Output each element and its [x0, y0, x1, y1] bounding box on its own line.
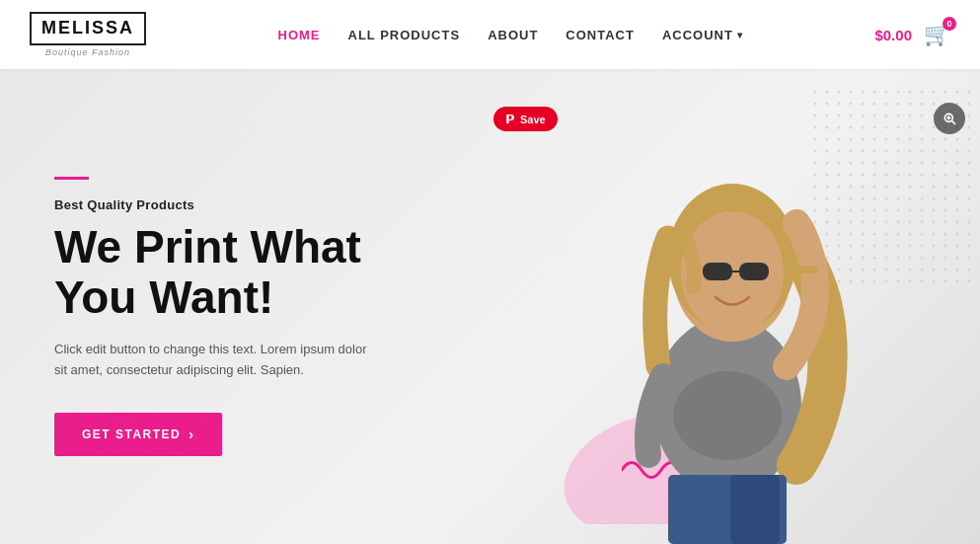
svg-line-1 — [952, 121, 955, 124]
hero-section: Best Quality Products We Print What You … — [0, 69, 980, 544]
hero-image-area: 𝗣 Save — [474, 69, 980, 544]
cart-price: $0.00 — [874, 27, 912, 43]
hero-content: Best Quality Products We Print What You … — [0, 69, 474, 544]
arrow-icon: › — [188, 427, 194, 442]
logo-sub: Boutique Fashion — [45, 47, 130, 57]
nav-contact[interactable]: CONTACT — [565, 28, 635, 42]
nav-right: $0.00 🛒 0 — [874, 22, 950, 47]
pinterest-save-button[interactable]: 𝗣 Save — [493, 107, 558, 131]
accent-line — [54, 177, 89, 180]
zoom-button[interactable] — [934, 103, 965, 134]
svg-rect-11 — [703, 263, 732, 280]
get-started-button[interactable]: GET STARTED › — [54, 413, 222, 456]
chevron-down-icon: ▾ — [737, 30, 743, 40]
logo[interactable]: MELISSA Boutique Fashion — [30, 12, 146, 57]
zoom-icon — [942, 111, 957, 126]
svg-point-14 — [673, 371, 782, 460]
svg-rect-18 — [798, 266, 818, 273]
svg-rect-12 — [739, 263, 769, 280]
header: MELISSA Boutique Fashion HOME ALL PRODUC… — [0, 0, 980, 69]
hero-person-image — [550, 90, 905, 544]
nav-home[interactable]: HOME — [278, 28, 321, 42]
page-wrapper: MELISSA Boutique Fashion HOME ALL PRODUC… — [0, 0, 980, 544]
cart-button[interactable]: 🛒 0 — [924, 22, 950, 47]
pinterest-icon: 𝗣 — [505, 112, 515, 126]
nav-account[interactable]: ACCOUNT ▾ — [662, 28, 743, 42]
cart-badge: 0 — [942, 17, 956, 31]
hero-subtitle: Best Quality Products — [54, 197, 444, 212]
main-nav: HOME ALL PRODUCTS ABOUT CONTACT ACCOUNT … — [278, 28, 743, 42]
nav-all-products[interactable]: ALL PRODUCTS — [348, 28, 461, 42]
svg-rect-17 — [730, 475, 780, 544]
hero-description: Click edit button to change this text. L… — [54, 340, 370, 381]
hero-title: We Print What You Want! — [54, 222, 444, 322]
logo-name: MELISSA — [30, 12, 146, 45]
nav-about[interactable]: ABOUT — [488, 28, 538, 42]
svg-rect-16 — [673, 475, 722, 544]
